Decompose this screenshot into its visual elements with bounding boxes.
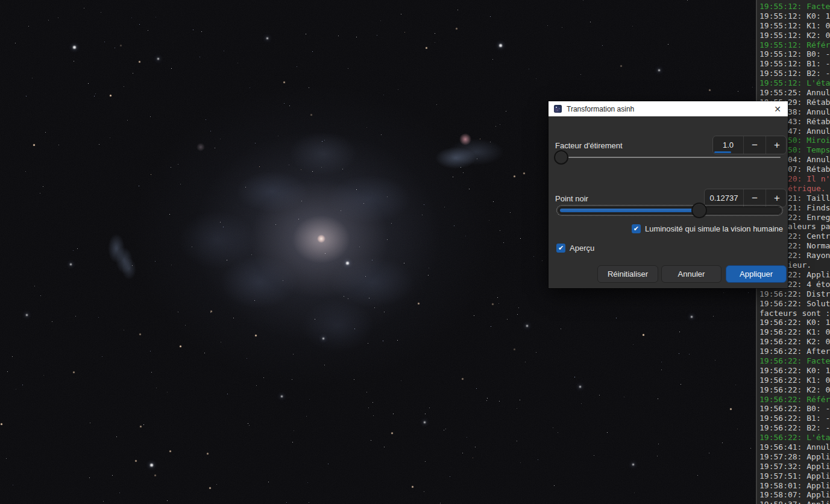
black-point-minus-button[interactable]: − (743, 189, 766, 207)
dialog-titlebar: Transformation asinh ✕ (549, 101, 788, 116)
preview-checkbox-label: Aperçu (570, 244, 594, 253)
log-line: 19:57:51: Application de la transformati… (759, 471, 830, 481)
stretch-minus-button[interactable]: − (743, 136, 766, 154)
log-line: 19:56:22: K2: 0.881 (759, 385, 830, 395)
luminance-checkbox-label: Luminosité qui simule la vision humaine (645, 224, 783, 233)
log-line: 19:56:22: Solution trouvée, les (759, 299, 830, 309)
siril-app-icon (554, 105, 562, 113)
log-line: 19:58:37: Application de la transformati… (759, 500, 830, 504)
black-point-slider-fill (560, 209, 699, 212)
stretch-factor-label: Facteur d'étirement (555, 141, 623, 150)
log-line: 19:56:22: Facteurs de balance des blancs… (759, 356, 830, 366)
cancel-button[interactable]: Annuler (661, 265, 722, 283)
log-line: 19:55:12: B1: -2.102e-03 (759, 59, 830, 69)
black-point-value: 0.12737 (710, 194, 738, 203)
black-point-label: Point noir (555, 194, 588, 203)
black-point-input[interactable]: 0.12737 (705, 189, 743, 207)
log-line: 19:56:22: B0: -2.314e-03 (759, 404, 830, 414)
log-line: 19:55:25: Annuler : étalonnage des coule… (759, 88, 830, 98)
log-line: 19:55:12: K2: 0.874 (759, 31, 830, 40)
log-line: 19:55:12: K1: 0.912 (759, 21, 830, 31)
log-line: 19:56:22: Distribution des étoiles dans … (759, 289, 830, 299)
log-line: 19:56:41: Annuler : étalonnage des coule… (759, 443, 830, 452)
stretch-slider-track[interactable] (568, 157, 781, 158)
log-line: 19:56:22: K0: 1.000 (759, 318, 830, 327)
log-line: 19:56:22: K2: 0.881 (759, 337, 830, 347)
log-line: 19:56:22: K1: 0.908 (759, 376, 830, 385)
black-point-plus-button[interactable]: + (766, 189, 788, 207)
log-line: 19:55:12: B0: -2.314e-03 (759, 49, 830, 59)
log-line: 19:55:12: L'étalonnage des couleurs par … (759, 78, 830, 88)
log-line: 19:56:22: B2: -1.984e-03 (759, 423, 830, 433)
log-line: 19:55:12: Facteurs de balance des blancs… (759, 2, 830, 11)
log-line: 19:56:22: Référence de fond de ciel : (759, 395, 830, 405)
reset-button[interactable]: Réinitialiser (597, 265, 658, 283)
log-line: 19:56:22: K1: 0.908 (759, 327, 830, 337)
dialog-title: Transformation asinh (567, 105, 634, 113)
stretch-factor-value: 1.0 (723, 140, 734, 150)
log-line: 19:58:01: Application de la transformati… (759, 481, 830, 491)
black-point-spinbox: 0.12737 − + (704, 189, 787, 207)
log-line: 19:56:22: After normalization: (759, 347, 830, 356)
stretch-factor-spinbox: 1.0 − + (712, 136, 787, 154)
black-point-slider-handle[interactable] (691, 203, 707, 218)
log-line: 19:55:12: K0: 1.000 (759, 11, 830, 21)
log-line: 19:56:22: B1: -2.102e-03 (759, 414, 830, 423)
log-line: 19:58:07: Application de la transformati… (759, 490, 830, 500)
focus-underline (714, 151, 731, 153)
stretch-factor-input[interactable]: 1.0 (713, 136, 743, 154)
preview-checkbox[interactable]: ✔ (556, 244, 565, 253)
log-line: 19:57:32: Application de la transformati… (759, 462, 830, 471)
preview-checkbox-row[interactable]: ✔ Aperçu (556, 244, 594, 253)
close-icon[interactable]: ✕ (774, 105, 781, 113)
luminance-checkbox-row[interactable]: ✔ Luminosité qui simule la vision humain… (632, 224, 783, 233)
apply-button[interactable]: Appliquer (726, 265, 787, 283)
luminance-checkbox[interactable]: ✔ (632, 224, 641, 233)
log-line: 19:57:28: Application de la transformati… (759, 452, 830, 462)
asinh-transformation-dialog: Transformation asinh ✕ Facteur d'étireme… (549, 101, 788, 288)
log-line: 19:55:12: Référence de fond de ciel : (759, 40, 830, 50)
log-line: 19:56:22: K0: 1.000 (759, 366, 830, 376)
log-line: facteurs sont : (759, 309, 830, 318)
log-line: 19:56:22: L'étalonnage des couleurs par … (759, 433, 830, 443)
black-point-slider-track[interactable] (558, 207, 781, 214)
log-line: 19:55:12: B2: -1.984e-03 (759, 69, 830, 78)
stretch-plus-button[interactable]: + (766, 136, 788, 154)
stretch-slider-handle[interactable] (554, 150, 568, 165)
